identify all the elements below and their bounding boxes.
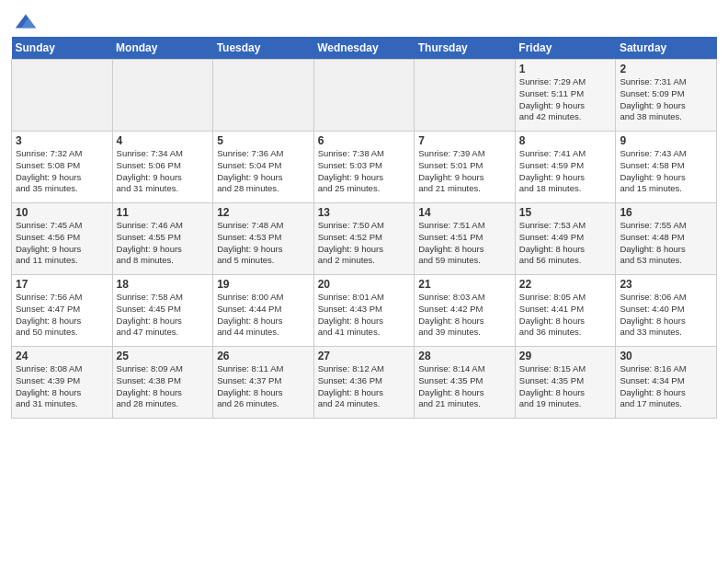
day-cell-10: 10Sunrise: 7:45 AM Sunset: 4:56 PM Dayli… (12, 203, 113, 275)
day-number: 22 (519, 278, 612, 291)
day-number: 4 (117, 134, 210, 147)
day-info: Sunrise: 7:43 AM Sunset: 4:58 PM Dayligh… (620, 148, 712, 195)
col-header-sunday: Sunday (12, 37, 113, 60)
day-info: Sunrise: 7:55 AM Sunset: 4:48 PM Dayligh… (620, 220, 712, 267)
day-info: Sunrise: 7:31 AM Sunset: 5:09 PM Dayligh… (620, 76, 712, 123)
day-number: 5 (217, 134, 310, 147)
day-number: 11 (117, 206, 210, 219)
day-cell-17: 17Sunrise: 7:56 AM Sunset: 4:47 PM Dayli… (12, 275, 113, 347)
day-cell-9: 9Sunrise: 7:43 AM Sunset: 4:58 PM Daylig… (616, 132, 717, 203)
day-number: 16 (620, 206, 712, 219)
day-info: Sunrise: 8:06 AM Sunset: 4:40 PM Dayligh… (620, 292, 712, 339)
day-cell-22: 22Sunrise: 8:05 AM Sunset: 4:41 PM Dayli… (515, 275, 616, 347)
day-cell-12: 12Sunrise: 7:48 AM Sunset: 4:53 PM Dayli… (213, 203, 314, 275)
day-info: Sunrise: 8:03 AM Sunset: 4:42 PM Dayligh… (418, 292, 511, 339)
empty-cell (112, 60, 213, 132)
week-row-2: 3Sunrise: 7:32 AM Sunset: 5:08 PM Daylig… (12, 132, 717, 203)
day-info: Sunrise: 8:01 AM Sunset: 4:43 PM Dayligh… (318, 292, 411, 339)
day-cell-8: 8Sunrise: 7:41 AM Sunset: 4:59 PM Daylig… (515, 132, 616, 203)
day-number: 17 (16, 278, 108, 291)
day-cell-13: 13Sunrise: 7:50 AM Sunset: 4:52 PM Dayli… (313, 203, 415, 275)
day-info: Sunrise: 7:58 AM Sunset: 4:45 PM Dayligh… (117, 292, 210, 339)
day-cell-5: 5Sunrise: 7:36 AM Sunset: 5:04 PM Daylig… (213, 132, 314, 203)
day-cell-11: 11Sunrise: 7:46 AM Sunset: 4:55 PM Dayli… (112, 203, 213, 275)
day-number: 18 (117, 278, 210, 291)
day-info: Sunrise: 8:12 AM Sunset: 4:36 PM Dayligh… (318, 363, 411, 410)
day-cell-3: 3Sunrise: 7:32 AM Sunset: 5:08 PM Daylig… (12, 132, 113, 203)
day-number: 21 (418, 278, 511, 291)
day-number: 30 (620, 350, 712, 362)
day-number: 14 (418, 206, 511, 219)
day-cell-1: 1Sunrise: 7:29 AM Sunset: 5:11 PM Daylig… (515, 60, 616, 132)
empty-cell (12, 60, 113, 132)
col-header-friday: Friday (515, 37, 616, 60)
day-cell-7: 7Sunrise: 7:39 AM Sunset: 5:01 PM Daylig… (415, 132, 516, 203)
day-info: Sunrise: 7:39 AM Sunset: 5:01 PM Dayligh… (418, 148, 511, 195)
empty-cell (313, 60, 415, 132)
day-number: 29 (519, 350, 612, 362)
day-info: Sunrise: 7:48 AM Sunset: 4:53 PM Dayligh… (217, 220, 310, 267)
logo (11, 9, 39, 31)
day-cell-29: 29Sunrise: 8:15 AM Sunset: 4:35 PM Dayli… (515, 347, 616, 419)
col-header-thursday: Thursday (415, 37, 516, 60)
day-number: 20 (318, 278, 411, 291)
day-info: Sunrise: 8:15 AM Sunset: 4:35 PM Dayligh… (519, 363, 612, 410)
day-info: Sunrise: 8:05 AM Sunset: 4:41 PM Dayligh… (519, 292, 612, 339)
day-cell-30: 30Sunrise: 8:16 AM Sunset: 4:34 PM Dayli… (616, 347, 717, 419)
day-number: 9 (620, 134, 712, 147)
col-header-saturday: Saturday (616, 37, 717, 60)
day-cell-24: 24Sunrise: 8:08 AM Sunset: 4:39 PM Dayli… (12, 347, 113, 419)
day-info: Sunrise: 8:08 AM Sunset: 4:39 PM Dayligh… (16, 363, 108, 410)
col-header-wednesday: Wednesday (313, 37, 415, 60)
day-number: 24 (16, 350, 108, 362)
empty-cell (213, 60, 314, 132)
day-number: 8 (519, 134, 612, 147)
day-info: Sunrise: 7:56 AM Sunset: 4:47 PM Dayligh… (16, 292, 108, 339)
day-number: 1 (519, 63, 612, 75)
day-number: 26 (217, 350, 310, 362)
day-info: Sunrise: 7:29 AM Sunset: 5:11 PM Dayligh… (519, 76, 612, 123)
header-row: SundayMondayTuesdayWednesdayThursdayFrid… (12, 37, 717, 60)
empty-cell (415, 60, 516, 132)
day-number: 19 (217, 278, 310, 291)
day-number: 2 (620, 63, 712, 75)
day-number: 10 (16, 206, 108, 219)
day-number: 25 (117, 350, 210, 362)
week-row-1: 1Sunrise: 7:29 AM Sunset: 5:11 PM Daylig… (12, 60, 717, 132)
day-number: 27 (318, 350, 411, 362)
day-cell-19: 19Sunrise: 8:00 AM Sunset: 4:44 PM Dayli… (213, 275, 314, 347)
page-container: SundayMondayTuesdayWednesdayThursdayFrid… (0, 0, 728, 428)
day-number: 23 (620, 278, 712, 291)
day-number: 12 (217, 206, 310, 219)
week-row-5: 24Sunrise: 8:08 AM Sunset: 4:39 PM Dayli… (12, 347, 717, 419)
day-cell-18: 18Sunrise: 7:58 AM Sunset: 4:45 PM Dayli… (112, 275, 213, 347)
week-row-4: 17Sunrise: 7:56 AM Sunset: 4:47 PM Dayli… (12, 275, 717, 347)
day-info: Sunrise: 8:09 AM Sunset: 4:38 PM Dayligh… (117, 363, 210, 410)
header (11, 9, 717, 31)
day-info: Sunrise: 8:16 AM Sunset: 4:34 PM Dayligh… (620, 363, 712, 410)
day-number: 7 (418, 134, 511, 147)
day-info: Sunrise: 7:45 AM Sunset: 4:56 PM Dayligh… (16, 220, 108, 267)
day-info: Sunrise: 7:41 AM Sunset: 4:59 PM Dayligh… (519, 148, 612, 195)
day-number: 3 (16, 134, 108, 147)
day-cell-2: 2Sunrise: 7:31 AM Sunset: 5:09 PM Daylig… (616, 60, 717, 132)
day-cell-14: 14Sunrise: 7:51 AM Sunset: 4:51 PM Dayli… (415, 203, 516, 275)
day-number: 15 (519, 206, 612, 219)
day-cell-6: 6Sunrise: 7:38 AM Sunset: 5:03 PM Daylig… (313, 132, 415, 203)
day-cell-28: 28Sunrise: 8:14 AM Sunset: 4:35 PM Dayli… (415, 347, 516, 419)
day-info: Sunrise: 7:32 AM Sunset: 5:08 PM Dayligh… (16, 148, 108, 195)
day-info: Sunrise: 8:14 AM Sunset: 4:35 PM Dayligh… (418, 363, 511, 410)
day-number: 28 (418, 350, 511, 362)
day-cell-20: 20Sunrise: 8:01 AM Sunset: 4:43 PM Dayli… (313, 275, 415, 347)
logo-icon (13, 9, 39, 35)
calendar-table: SundayMondayTuesdayWednesdayThursdayFrid… (11, 37, 717, 419)
day-number: 13 (318, 206, 411, 219)
day-info: Sunrise: 7:36 AM Sunset: 5:04 PM Dayligh… (217, 148, 310, 195)
day-cell-4: 4Sunrise: 7:34 AM Sunset: 5:06 PM Daylig… (112, 132, 213, 203)
col-header-monday: Monday (112, 37, 213, 60)
day-number: 6 (318, 134, 411, 147)
col-header-tuesday: Tuesday (213, 37, 314, 60)
day-info: Sunrise: 7:53 AM Sunset: 4:49 PM Dayligh… (519, 220, 612, 267)
day-info: Sunrise: 7:34 AM Sunset: 5:06 PM Dayligh… (117, 148, 210, 195)
day-info: Sunrise: 7:46 AM Sunset: 4:55 PM Dayligh… (117, 220, 210, 267)
